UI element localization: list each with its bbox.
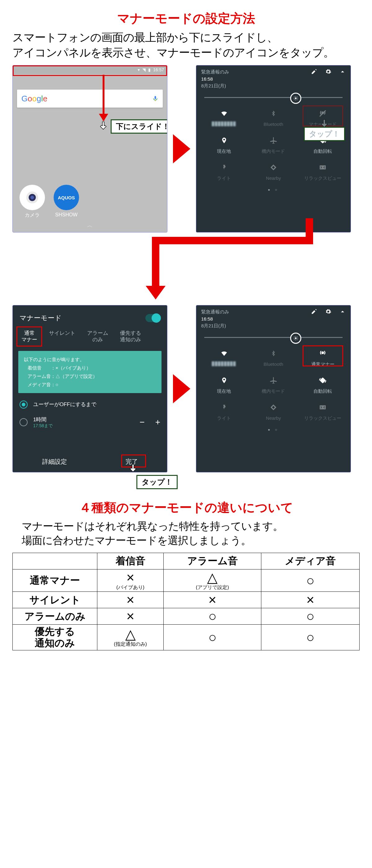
svg-line-11 bbox=[297, 99, 297, 100]
qs-tile-wifi[interactable]: ████████ bbox=[199, 346, 249, 370]
brightness-slider[interactable] bbox=[204, 337, 343, 338]
manner-tab-2[interactable]: アラームのみ bbox=[84, 328, 111, 345]
qs-tile-relax[interactable]: リラックスビュー bbox=[298, 160, 347, 184]
qs-tile-loc[interactable]: 現在地 bbox=[199, 133, 249, 157]
edit-icon[interactable] bbox=[311, 68, 317, 75]
table-rowhead: 通常マナー bbox=[13, 569, 97, 591]
svg-line-25 bbox=[294, 339, 294, 340]
bt-icon bbox=[249, 108, 298, 119]
radio-off-icon[interactable] bbox=[20, 418, 28, 426]
qs-tile-relax[interactable]: リラックスビュー bbox=[298, 400, 347, 424]
relax-icon bbox=[298, 402, 347, 413]
google-logo: Google bbox=[21, 94, 48, 103]
gear-icon[interactable] bbox=[325, 68, 331, 75]
chevron-up-icon[interactable] bbox=[339, 308, 346, 315]
table-cell: × bbox=[97, 608, 164, 625]
plus-button[interactable]: + bbox=[155, 417, 160, 427]
qs-tile-rotate[interactable]: 自動回転 bbox=[298, 373, 347, 397]
brightness-thumb-icon[interactable] bbox=[290, 333, 301, 344]
qs-tile-loc[interactable]: 現在地 bbox=[199, 373, 249, 397]
qs-tile-flash[interactable]: ライト bbox=[199, 400, 249, 424]
duration-until-off[interactable]: ユーザーがOFFにするまで bbox=[13, 397, 167, 412]
flow-connector-arrow bbox=[12, 237, 338, 305]
manner-tab-1[interactable]: サイレント bbox=[46, 328, 79, 345]
svg-point-5 bbox=[295, 97, 297, 99]
qs-tile-label: Bluetooth bbox=[249, 362, 298, 367]
qs-tile-nearby[interactable]: Nearby bbox=[249, 400, 298, 424]
qs-tile-nearby[interactable]: Nearby bbox=[249, 160, 298, 184]
google-search-bar[interactable]: Google bbox=[17, 90, 163, 107]
app-dock: カメラ AQUOS SHSHOW bbox=[13, 185, 167, 219]
qs-tile-label: Nearby bbox=[249, 415, 298, 421]
manner-mode-title: マナーモード bbox=[20, 313, 62, 323]
svg-rect-0 bbox=[155, 96, 156, 99]
qs-tile-bt[interactable]: Bluetooth bbox=[249, 106, 298, 130]
table-cell: ○ bbox=[164, 608, 261, 625]
page-dots-icon: ● ○ bbox=[196, 426, 351, 435]
cursor-icon bbox=[99, 121, 108, 131]
app-shshow-label: SHSHOW bbox=[54, 212, 79, 218]
app-camera[interactable]: カメラ bbox=[20, 185, 45, 219]
qs-tile-flash[interactable]: ライト bbox=[199, 160, 249, 184]
qs-tile-label: ライト bbox=[199, 176, 249, 181]
svg-point-17 bbox=[295, 337, 297, 339]
svg-line-22 bbox=[294, 336, 294, 337]
qs-tile-label: 現在地 bbox=[199, 389, 249, 394]
modes-comparison-table: 着信音アラーム音メディア音通常マナー×(バイブあり)△(アプリで設定)○サイレン… bbox=[12, 553, 360, 650]
qs-tile-label: リラックスビュー bbox=[298, 415, 347, 421]
arrow-right-icon bbox=[173, 134, 190, 163]
table-cell: ○ bbox=[261, 608, 360, 625]
phone-quicksettings-after: 緊急通報のみ 16:58 8月21日(月) ████████Bluetooth通… bbox=[196, 305, 351, 472]
svg-line-10 bbox=[294, 96, 294, 97]
radio-on-icon[interactable] bbox=[20, 401, 28, 409]
detail-settings-link[interactable]: 詳細設定 bbox=[42, 458, 67, 466]
cursor-icon bbox=[129, 463, 138, 472]
brightness-slider[interactable] bbox=[204, 97, 343, 98]
qs-tile-rotate[interactable]: 自動回転タップ！ bbox=[298, 133, 347, 157]
camera-icon bbox=[25, 190, 39, 205]
rotate-icon bbox=[298, 375, 347, 386]
edit-icon[interactable] bbox=[311, 308, 317, 315]
table-rowhead: 優先する通知のみ bbox=[13, 625, 97, 650]
qs-tile-label: 現在地 bbox=[199, 149, 249, 154]
svg-rect-27 bbox=[320, 405, 326, 409]
svg-point-4 bbox=[30, 196, 34, 199]
relax-icon bbox=[298, 162, 347, 173]
qs-header-text: 緊急通報のみ 16:58 8月21日(月) bbox=[201, 68, 311, 90]
wifi-icon bbox=[199, 108, 249, 119]
bt-icon bbox=[249, 348, 298, 359]
qs-tile-bt[interactable]: Bluetooth bbox=[249, 346, 298, 370]
intro-text: スマートフォンの画面の最上部から下にスライドし、 アイコンパネルを表示させ、マナ… bbox=[12, 30, 360, 60]
table-cell: ○ bbox=[261, 625, 360, 650]
manner-tab-3[interactable]: 優先する通知のみ bbox=[117, 328, 144, 345]
qs-tile-wifi[interactable]: ████████ bbox=[199, 106, 249, 130]
qs-tile-label: リラックスビュー bbox=[298, 176, 347, 181]
app-shshow[interactable]: AQUOS SHSHOW bbox=[54, 185, 79, 219]
manner-mode-toggle[interactable] bbox=[145, 314, 160, 322]
table-cell: × bbox=[261, 592, 360, 608]
heading-how-to: マナーモードの設定方法 bbox=[12, 10, 360, 27]
brightness-thumb-icon[interactable] bbox=[290, 93, 301, 104]
mic-icon[interactable] bbox=[152, 95, 158, 102]
gear-icon[interactable] bbox=[325, 308, 331, 315]
minus-button[interactable]: − bbox=[140, 417, 145, 427]
qs-tile-label: ライト bbox=[199, 415, 249, 421]
qs-tile-manner-on[interactable]: 通常マナー bbox=[298, 346, 347, 370]
table-rowhead: サイレント bbox=[13, 592, 97, 608]
svg-rect-16 bbox=[320, 165, 326, 169]
duration-one-hour[interactable]: 1時間 17:58まで − + bbox=[13, 412, 167, 432]
chevron-up-icon[interactable] bbox=[339, 68, 346, 75]
qs-tile-label: 機内モード bbox=[249, 389, 298, 394]
phone-quicksettings-before: 緊急通報のみ 16:58 8月21日(月) ████████Bluetoothマ… bbox=[196, 65, 351, 232]
phone-manner-mode-settings: マナーモード 通常マナーサイレントアラームのみ優先する通知のみ 以下のように音が… bbox=[12, 305, 167, 472]
table-cell: △(指定通知のみ) bbox=[97, 625, 164, 650]
svg-line-24 bbox=[297, 336, 297, 337]
qs-tile-plane[interactable]: 機内モード bbox=[249, 373, 298, 397]
qs-tile-plane[interactable]: 機内モード bbox=[249, 133, 298, 157]
nearby-icon bbox=[249, 402, 298, 413]
qs-tiles-grid: ████████Bluetooth通常マナー現在地機内モード自動回転ライトNea… bbox=[196, 341, 351, 426]
manner-tab-0[interactable]: 通常マナー bbox=[18, 328, 40, 345]
slide-down-arrow bbox=[103, 75, 104, 121]
loc-icon bbox=[199, 135, 249, 146]
phone-home-screen: ▾ ◥ ▮ 16:57 Google 下にスライド！ カメラ bbox=[12, 65, 167, 232]
